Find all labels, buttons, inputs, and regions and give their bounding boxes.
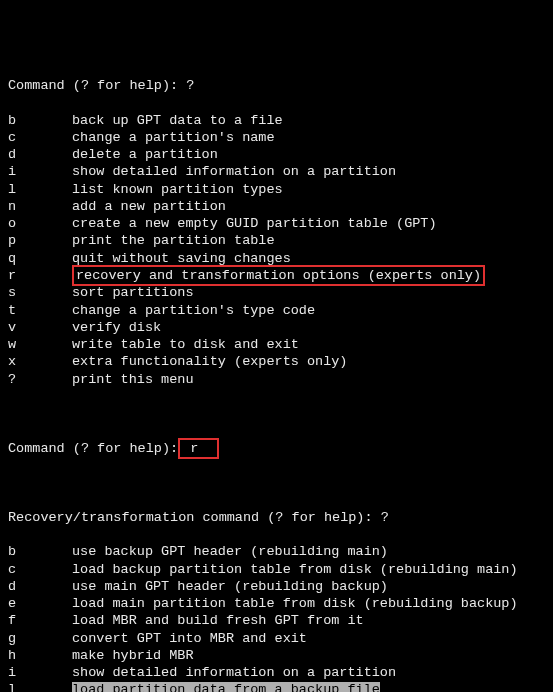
recovery-menu: buse backup GPT header (rebuilding main)… [8,543,545,692]
prompt-line-2: Command (? for help): r [8,440,545,457]
menu-item: cchange a partition's name [8,129,545,146]
menu-description: load MBR and build fresh GPT from it [72,613,364,628]
menu-description: print this menu [72,372,194,387]
menu-key: n [8,198,72,215]
menu-description: print the partition table [72,233,275,248]
menu-key: c [8,129,72,146]
menu-description: change a partition's type code [72,303,315,318]
typed-command-box: r [178,438,218,459]
menu-description: extra functionality (experts only) [72,354,347,369]
menu-key: l [8,681,72,692]
menu-item: ocreate a new empty GUID partition table… [8,215,545,232]
menu-item: ishow detailed information on a partitio… [8,664,545,681]
menu-key: i [8,664,72,681]
menu-item: eload main partition table from disk (re… [8,595,545,612]
menu-item: fload MBR and build fresh GPT from it [8,612,545,629]
menu-key: x [8,353,72,370]
menu-key: d [8,146,72,163]
menu-key: l [8,181,72,198]
menu-key: e [8,595,72,612]
menu-item: ddelete a partition [8,146,545,163]
menu-key: q [8,250,72,267]
menu-item: tchange a partition's type code [8,302,545,319]
menu-description: change a partition's name [72,130,275,145]
menu-key: f [8,612,72,629]
menu-description: load partition data from a backup file [72,682,380,692]
menu-key: d [8,578,72,595]
menu-item: llist known partition types [8,181,545,198]
menu-description: use backup GPT header (rebuilding main) [72,544,388,559]
menu-description: sort partitions [72,285,194,300]
menu-key: v [8,319,72,336]
menu-description: use main GPT header (rebuilding backup) [72,579,388,594]
menu-key: b [8,112,72,129]
menu-description: show detailed information on a partition [72,164,396,179]
menu-key: t [8,302,72,319]
menu-key: ? [8,371,72,388]
menu-item: hmake hybrid MBR [8,647,545,664]
blank-line [8,405,545,422]
menu-key: i [8,163,72,180]
menu-description: write table to disk and exit [72,337,299,352]
prompt-line: Command (? for help): ? [8,77,545,94]
menu-item: lload partition data from a backup file [8,681,545,692]
menu-key: p [8,232,72,249]
menu-description: add a new partition [72,199,226,214]
menu-item: cload backup partition table from disk (… [8,561,545,578]
menu-item: bback up GPT data to a file [8,112,545,129]
menu-description: list known partition types [72,182,283,197]
menu-item: ishow detailed information on a partitio… [8,163,545,180]
menu-item: wwrite table to disk and exit [8,336,545,353]
menu-description: convert GPT into MBR and exit [72,631,307,646]
menu-item: nadd a new partition [8,198,545,215]
menu-description: delete a partition [72,147,218,162]
menu-item: duse main GPT header (rebuilding backup) [8,578,545,595]
recovery-prompt: Recovery/transformation command (? for h… [8,509,545,526]
menu-item: vverify disk [8,319,545,336]
menu-item: ?print this menu [8,371,545,388]
menu-key: b [8,543,72,560]
menu-description: show detailed information on a partition [72,665,396,680]
menu-key: r [8,267,72,284]
menu-key: h [8,647,72,664]
menu-description: make hybrid MBR [72,648,194,663]
menu-item: pprint the partition table [8,232,545,249]
menu-item: rrecovery and transformation options (ex… [8,267,545,284]
menu-description: create a new empty GUID partition table … [72,216,437,231]
menu-description: recovery and transformation options (exp… [72,265,485,286]
blank-line [8,474,545,491]
menu-item: xextra functionality (experts only) [8,353,545,370]
menu-description: quit without saving changes [72,251,291,266]
menu-description: verify disk [72,320,161,335]
menu-item: buse backup GPT header (rebuilding main) [8,543,545,560]
menu-item: ssort partitions [8,284,545,301]
menu-key: o [8,215,72,232]
menu-description: back up GPT data to a file [72,113,283,128]
menu-description: load main partition table from disk (reb… [72,596,518,611]
menu-key: c [8,561,72,578]
menu-description: load backup partition table from disk (r… [72,562,518,577]
menu-key: w [8,336,72,353]
menu-key: s [8,284,72,301]
menu-key: g [8,630,72,647]
menu-item: gconvert GPT into MBR and exit [8,630,545,647]
main-menu: bback up GPT data to a filecchange a par… [8,112,545,388]
